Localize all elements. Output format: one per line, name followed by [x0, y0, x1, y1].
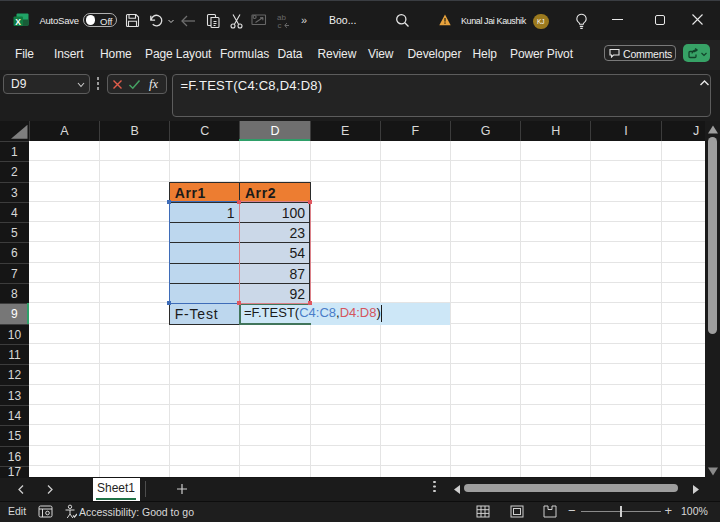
- svg-text:X: X: [15, 17, 21, 27]
- svg-text:c: c: [278, 21, 282, 30]
